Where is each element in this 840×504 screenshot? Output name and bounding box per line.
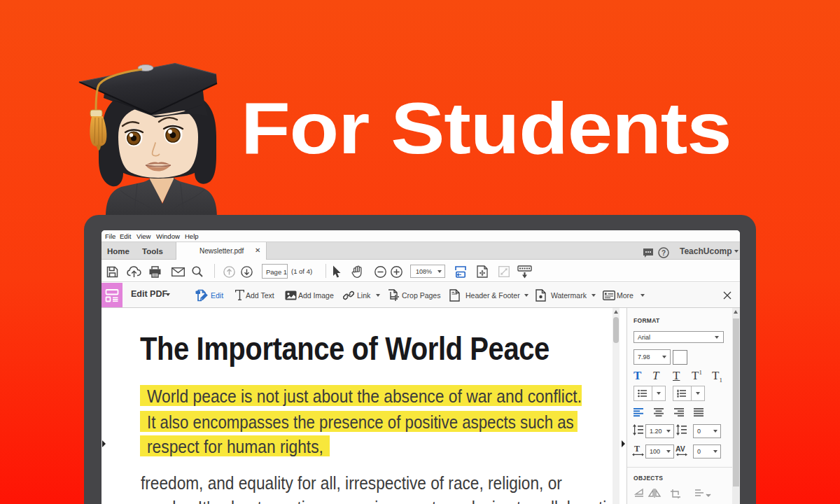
svg-text:AV: AV	[676, 444, 685, 453]
svg-text:T: T	[634, 444, 640, 454]
svg-text:?: ?	[662, 249, 666, 257]
